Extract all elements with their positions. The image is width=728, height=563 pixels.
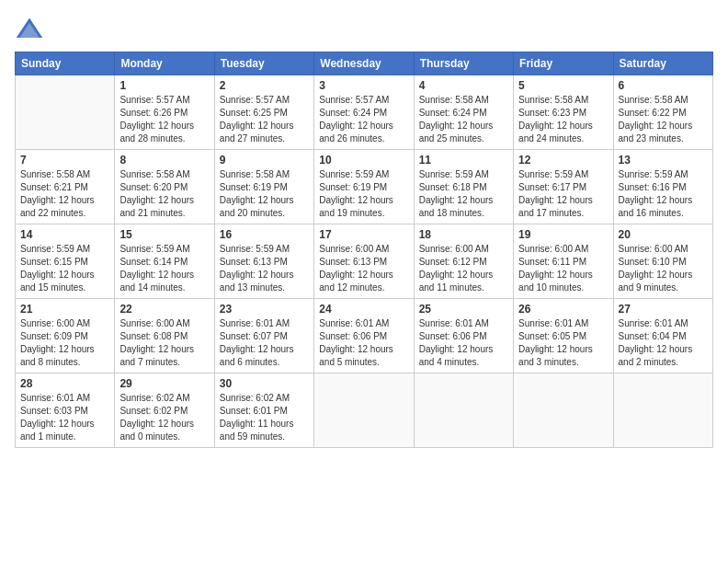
day-number: 3 xyxy=(319,79,408,92)
day-info: Sunrise: 6:01 AMSunset: 6:06 PMDaylight:… xyxy=(319,317,408,369)
day-info: Sunrise: 5:57 AMSunset: 6:26 PMDaylight:… xyxy=(119,94,209,145)
day-number: 23 xyxy=(220,303,309,316)
day-info: Sunrise: 6:01 AMSunset: 6:07 PMDaylight:… xyxy=(220,317,309,369)
calendar-cell: 15Sunrise: 5:59 AMSunset: 6:14 PMDayligh… xyxy=(115,224,214,299)
calendar-cell: 14Sunrise: 5:59 AMSunset: 6:15 PMDayligh… xyxy=(16,224,115,299)
day-info: Sunrise: 5:58 AMSunset: 6:23 PMDaylight:… xyxy=(518,94,608,145)
logo-icon xyxy=(15,15,44,44)
weekday-header-monday: Monday xyxy=(115,52,214,75)
calendar-cell: 6Sunrise: 5:58 AMSunset: 6:22 PMDaylight… xyxy=(613,75,712,150)
day-number: 22 xyxy=(119,303,209,316)
logo xyxy=(15,15,48,44)
calendar-cell: 21Sunrise: 6:00 AMSunset: 6:09 PMDayligh… xyxy=(16,299,115,373)
day-number: 10 xyxy=(319,154,408,167)
day-number: 17 xyxy=(319,228,408,241)
day-number: 2 xyxy=(220,79,309,92)
day-info: Sunrise: 5:58 AMSunset: 6:21 PMDaylight:… xyxy=(20,168,109,220)
calendar-cell: 5Sunrise: 5:58 AMSunset: 6:23 PMDaylight… xyxy=(514,75,613,150)
weekday-header-wednesday: Wednesday xyxy=(314,52,414,75)
calendar-cell: 28Sunrise: 6:01 AMSunset: 6:03 PMDayligh… xyxy=(16,373,115,448)
day-info: Sunrise: 5:59 AMSunset: 6:15 PMDaylight:… xyxy=(20,243,109,294)
weekday-header-friday: Friday xyxy=(514,52,613,75)
weekday-header-sunday: Sunday xyxy=(16,52,115,75)
calendar-cell: 11Sunrise: 5:59 AMSunset: 6:18 PMDayligh… xyxy=(414,150,513,224)
calendar-week-1: 1Sunrise: 5:57 AMSunset: 6:26 PMDaylight… xyxy=(16,75,713,150)
calendar-cell: 27Sunrise: 6:01 AMSunset: 6:04 PMDayligh… xyxy=(613,299,712,373)
day-info: Sunrise: 6:01 AMSunset: 6:04 PMDaylight:… xyxy=(619,317,708,369)
calendar-cell: 9Sunrise: 5:58 AMSunset: 6:19 PMDaylight… xyxy=(214,150,313,224)
day-number: 21 xyxy=(20,303,109,316)
calendar-cell: 18Sunrise: 6:00 AMSunset: 6:12 PMDayligh… xyxy=(414,224,513,299)
day-number: 4 xyxy=(419,79,508,92)
calendar-week-2: 7Sunrise: 5:58 AMSunset: 6:21 PMDaylight… xyxy=(16,150,713,224)
calendar-cell: 7Sunrise: 5:58 AMSunset: 6:21 PMDaylight… xyxy=(16,150,115,224)
day-number: 30 xyxy=(220,377,309,390)
calendar-cell: 3Sunrise: 5:57 AMSunset: 6:24 PMDaylight… xyxy=(314,75,414,150)
day-number: 29 xyxy=(119,377,209,390)
calendar-cell: 10Sunrise: 5:59 AMSunset: 6:19 PMDayligh… xyxy=(314,150,414,224)
day-number: 16 xyxy=(220,228,309,241)
calendar-cell: 23Sunrise: 6:01 AMSunset: 6:07 PMDayligh… xyxy=(214,299,313,373)
page-header xyxy=(15,15,713,44)
calendar-cell: 13Sunrise: 5:59 AMSunset: 6:16 PMDayligh… xyxy=(613,150,712,224)
weekday-header-thursday: Thursday xyxy=(414,52,513,75)
day-info: Sunrise: 6:00 AMSunset: 6:10 PMDaylight:… xyxy=(619,243,708,294)
day-number: 18 xyxy=(419,228,508,241)
day-number: 14 xyxy=(20,228,109,241)
day-info: Sunrise: 6:02 AMSunset: 6:01 PMDaylight:… xyxy=(220,392,309,443)
day-info: Sunrise: 6:02 AMSunset: 6:02 PMDaylight:… xyxy=(119,392,209,443)
day-number: 13 xyxy=(619,154,708,167)
calendar-cell: 17Sunrise: 6:00 AMSunset: 6:13 PMDayligh… xyxy=(314,224,414,299)
calendar-cell: 2Sunrise: 5:57 AMSunset: 6:25 PMDaylight… xyxy=(214,75,313,150)
calendar-cell: 26Sunrise: 6:01 AMSunset: 6:05 PMDayligh… xyxy=(514,299,613,373)
calendar-cell: 19Sunrise: 6:00 AMSunset: 6:11 PMDayligh… xyxy=(514,224,613,299)
calendar-cell: 12Sunrise: 5:59 AMSunset: 6:17 PMDayligh… xyxy=(514,150,613,224)
day-number: 12 xyxy=(518,154,608,167)
calendar-body: 1Sunrise: 5:57 AMSunset: 6:26 PMDaylight… xyxy=(16,75,713,448)
day-info: Sunrise: 5:58 AMSunset: 6:24 PMDaylight:… xyxy=(419,94,508,145)
calendar-cell: 24Sunrise: 6:01 AMSunset: 6:06 PMDayligh… xyxy=(314,299,414,373)
calendar-cell: 25Sunrise: 6:01 AMSunset: 6:06 PMDayligh… xyxy=(414,299,513,373)
day-number: 11 xyxy=(419,154,508,167)
day-info: Sunrise: 5:57 AMSunset: 6:25 PMDaylight:… xyxy=(220,94,309,145)
calendar-week-3: 14Sunrise: 5:59 AMSunset: 6:15 PMDayligh… xyxy=(16,224,713,299)
day-info: Sunrise: 5:58 AMSunset: 6:20 PMDaylight:… xyxy=(119,168,209,220)
day-info: Sunrise: 6:00 AMSunset: 6:08 PMDaylight:… xyxy=(119,317,209,369)
calendar-cell: 16Sunrise: 5:59 AMSunset: 6:13 PMDayligh… xyxy=(214,224,313,299)
calendar-cell xyxy=(414,373,513,448)
day-info: Sunrise: 5:58 AMSunset: 6:19 PMDaylight:… xyxy=(220,168,309,220)
day-number: 7 xyxy=(20,154,109,167)
calendar-cell xyxy=(16,75,115,150)
day-number: 19 xyxy=(518,228,608,241)
day-info: Sunrise: 5:59 AMSunset: 6:13 PMDaylight:… xyxy=(220,243,309,294)
day-info: Sunrise: 5:59 AMSunset: 6:14 PMDaylight:… xyxy=(119,243,209,294)
day-info: Sunrise: 5:57 AMSunset: 6:24 PMDaylight:… xyxy=(319,94,408,145)
day-number: 5 xyxy=(518,79,608,92)
day-number: 8 xyxy=(119,154,209,167)
calendar-cell: 20Sunrise: 6:00 AMSunset: 6:10 PMDayligh… xyxy=(613,224,712,299)
day-info: Sunrise: 5:59 AMSunset: 6:19 PMDaylight:… xyxy=(319,168,408,220)
calendar-table: SundayMondayTuesdayWednesdayThursdayFrid… xyxy=(15,52,713,448)
day-number: 6 xyxy=(619,79,708,92)
day-number: 15 xyxy=(119,228,209,241)
day-info: Sunrise: 6:00 AMSunset: 6:09 PMDaylight:… xyxy=(20,317,109,369)
calendar-cell: 8Sunrise: 5:58 AMSunset: 6:20 PMDaylight… xyxy=(115,150,214,224)
day-info: Sunrise: 5:59 AMSunset: 6:18 PMDaylight:… xyxy=(419,168,508,220)
day-info: Sunrise: 6:00 AMSunset: 6:13 PMDaylight:… xyxy=(319,243,408,294)
weekday-header-row: SundayMondayTuesdayWednesdayThursdayFrid… xyxy=(16,52,713,75)
day-info: Sunrise: 6:00 AMSunset: 6:12 PMDaylight:… xyxy=(419,243,508,294)
day-info: Sunrise: 5:59 AMSunset: 6:16 PMDaylight:… xyxy=(619,168,708,220)
calendar-cell: 22Sunrise: 6:00 AMSunset: 6:08 PMDayligh… xyxy=(115,299,214,373)
calendar-cell: 30Sunrise: 6:02 AMSunset: 6:01 PMDayligh… xyxy=(214,373,313,448)
day-info: Sunrise: 6:00 AMSunset: 6:11 PMDaylight:… xyxy=(518,243,608,294)
day-info: Sunrise: 6:01 AMSunset: 6:06 PMDaylight:… xyxy=(419,317,508,369)
day-number: 20 xyxy=(619,228,708,241)
calendar-cell: 4Sunrise: 5:58 AMSunset: 6:24 PMDaylight… xyxy=(414,75,513,150)
day-number: 1 xyxy=(119,79,209,92)
day-info: Sunrise: 6:01 AMSunset: 6:05 PMDaylight:… xyxy=(518,317,608,369)
calendar-week-4: 21Sunrise: 6:00 AMSunset: 6:09 PMDayligh… xyxy=(16,299,713,373)
calendar-week-5: 28Sunrise: 6:01 AMSunset: 6:03 PMDayligh… xyxy=(16,373,713,448)
weekday-header-saturday: Saturday xyxy=(613,52,712,75)
calendar-cell xyxy=(514,373,613,448)
day-info: Sunrise: 6:01 AMSunset: 6:03 PMDaylight:… xyxy=(20,392,109,443)
